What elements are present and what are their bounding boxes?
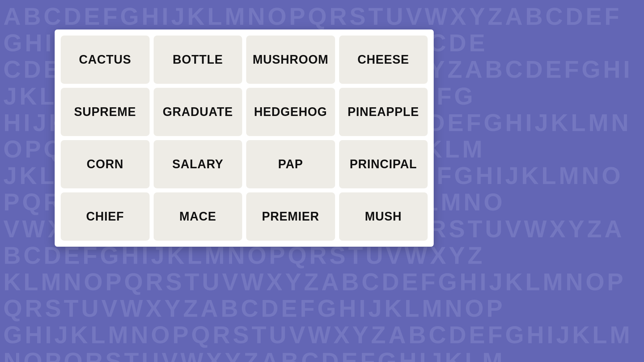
- word-card-grid: CACTUSBOTTLEMUSHROOMCHEESESUPREMEGRADUAT…: [55, 29, 434, 247]
- word-card-mace[interactable]: MACE: [154, 192, 243, 241]
- word-label-pineapple: PINEAPPLE: [347, 105, 419, 119]
- word-label-hedgehog: HEDGEHOG: [254, 105, 327, 119]
- word-card-premier[interactable]: PREMIER: [246, 192, 335, 241]
- word-card-principal[interactable]: PRINCIPAL: [339, 140, 428, 188]
- word-label-mush: MUSH: [365, 209, 402, 224]
- word-card-hedgehog[interactable]: HEDGEHOG: [246, 88, 335, 136]
- word-card-cactus[interactable]: CACTUS: [61, 36, 150, 84]
- word-label-cactus: CACTUS: [79, 53, 131, 67]
- word-card-corn[interactable]: CORN: [61, 140, 150, 188]
- word-card-salary[interactable]: SALARY: [154, 140, 243, 188]
- word-label-mace: MACE: [179, 209, 216, 224]
- word-card-supreme[interactable]: SUPREME: [61, 88, 150, 136]
- word-card-mush[interactable]: MUSH: [339, 192, 428, 241]
- word-label-premier: PREMIER: [262, 209, 319, 224]
- word-card-pineapple[interactable]: PINEAPPLE: [339, 88, 428, 136]
- word-label-mushroom: MUSHROOM: [253, 53, 328, 67]
- word-label-principal: PRINCIPAL: [350, 157, 417, 171]
- word-label-chief: CHIEF: [86, 209, 124, 224]
- word-label-pap: PAP: [278, 157, 303, 171]
- word-card-pap[interactable]: PAP: [246, 140, 335, 188]
- word-card-mushroom[interactable]: MUSHROOM: [246, 36, 335, 84]
- word-label-corn: CORN: [87, 157, 123, 171]
- word-label-bottle: BOTTLE: [173, 53, 223, 67]
- word-label-salary: SALARY: [172, 157, 223, 171]
- word-label-graduate: GRADUATE: [163, 105, 233, 119]
- word-card-graduate[interactable]: GRADUATE: [154, 88, 243, 136]
- word-label-cheese: CHEESE: [358, 53, 409, 67]
- word-card-chief[interactable]: CHIEF: [61, 192, 150, 241]
- word-card-bottle[interactable]: BOTTLE: [154, 36, 243, 84]
- word-label-supreme: SUPREME: [74, 105, 136, 119]
- word-card-cheese[interactable]: CHEESE: [339, 36, 428, 84]
